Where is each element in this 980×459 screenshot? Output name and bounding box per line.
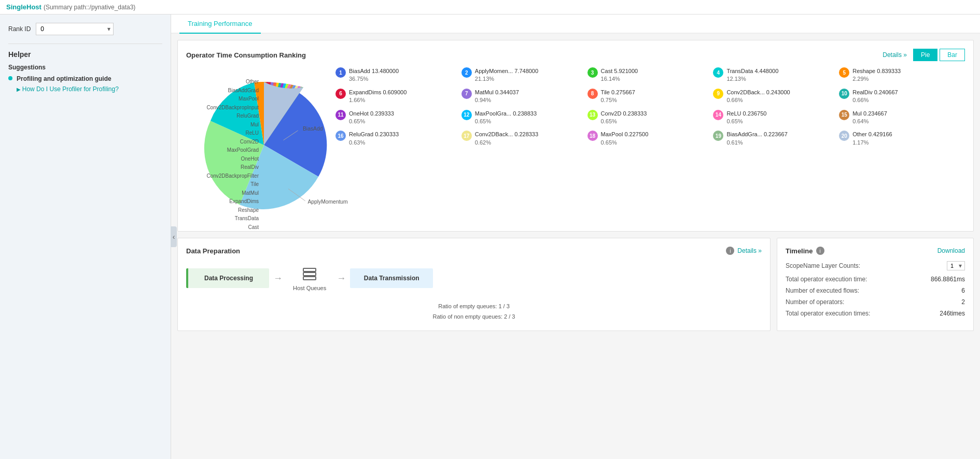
legend-text-4: TransData 4.448000 12.13% bbox=[726, 67, 778, 83]
toggle-bar[interactable]: Bar bbox=[940, 49, 965, 61]
legend-pct-17: 0.62% bbox=[475, 139, 538, 147]
legend-pct-7: 0.94% bbox=[475, 96, 519, 104]
legend-item-11: 11 OneHot 0.239333 0.65% bbox=[335, 110, 457, 126]
legend-pct-14: 0.65% bbox=[726, 118, 766, 125]
operator-details-link[interactable]: Details bbox=[883, 51, 907, 59]
legend-item-4: 4 TransData 4.448000 12.13% bbox=[713, 67, 835, 83]
tabs-bar: Training Performance bbox=[171, 15, 980, 34]
data-processing-box: Data Processing bbox=[186, 268, 269, 288]
legend-pct-10: 0.66% bbox=[852, 96, 898, 104]
legend-pct-9: 0.66% bbox=[726, 96, 790, 104]
legend-grid: 1 BiasAdd 13.480000 36.75% 2 ApplyMomen.… bbox=[331, 67, 965, 147]
legend-item-20: 20 Other 0.429166 1.17% bbox=[839, 131, 961, 147]
flow-arrow-2: → bbox=[337, 273, 346, 284]
host-queues-icon bbox=[293, 265, 326, 285]
legend-text-14: ReLU 0.236750 0.65% bbox=[726, 110, 766, 126]
legend-text-7: MatMul 0.344037 0.94% bbox=[475, 89, 519, 105]
pie-label-biasadd: BiasAdd bbox=[303, 126, 323, 132]
legend-text-8: Tile 0.275667 0.75% bbox=[601, 89, 635, 105]
pie-label-onehot: OneHot bbox=[186, 155, 259, 164]
legend-badge-15: 15 bbox=[839, 110, 849, 120]
download-link[interactable]: Download bbox=[937, 247, 965, 254]
chart-toggle: Pie Bar bbox=[913, 49, 965, 61]
data-prep-info-icon[interactable]: i bbox=[726, 247, 734, 255]
legend-name-5: Reshape 0.839333 bbox=[852, 67, 901, 75]
suggestion-link-1[interactable]: How Do I Use Profiler for Profiling? bbox=[17, 85, 162, 93]
scope-select-wrapper[interactable]: 1 bbox=[947, 261, 965, 270]
legend-text-5: Reshape 0.839333 2.29% bbox=[852, 67, 901, 83]
timeline-val-3: 246times bbox=[940, 310, 965, 317]
app-subtitle: (Summary path::/pynative_data3) bbox=[44, 4, 135, 11]
legend-text-1: BiasAdd 13.480000 36.75% bbox=[349, 67, 399, 83]
legend-text-9: Conv2DBack... 0.243000 0.66% bbox=[726, 89, 790, 105]
timeline-key-2: Number of operators: bbox=[786, 298, 961, 306]
legend-name-10: RealDiv 0.240667 bbox=[852, 89, 898, 96]
legend-badge-4: 4 bbox=[713, 67, 723, 78]
toggle-pie[interactable]: Pie bbox=[913, 49, 937, 61]
rank-id-select-wrapper[interactable]: 0 bbox=[36, 23, 114, 35]
timeline-info-icon[interactable]: i bbox=[816, 247, 824, 255]
legend-name-2: ApplyMomen... 7.748000 bbox=[475, 67, 538, 75]
legend-pct-18: 0.65% bbox=[601, 139, 649, 147]
timeline-key-0: Total operator execution time: bbox=[786, 276, 931, 283]
legend-text-11: OneHot 0.239333 0.65% bbox=[349, 110, 394, 126]
legend-name-18: MaxPool 0.227500 bbox=[601, 131, 649, 138]
suggestions-title: Suggestions bbox=[8, 64, 162, 71]
legend-badge-20: 20 bbox=[839, 131, 849, 141]
pie-label-maxpool2: MaxPool bbox=[186, 95, 259, 104]
legend-pct-3: 16.14% bbox=[601, 75, 638, 83]
data-prep-title: Data Preparation bbox=[186, 247, 240, 255]
legend-item-10: 10 RealDiv 0.240667 0.66% bbox=[839, 89, 961, 105]
legend-text-15: Mul 0.234667 0.64% bbox=[852, 110, 887, 126]
pie-label-conv2dbackpropfilter: Conv2DBackpropFilter bbox=[186, 172, 259, 181]
timeline-key-1: Number of executed flows: bbox=[786, 287, 961, 294]
legend-text-3: Cast 5.921000 16.14% bbox=[601, 67, 638, 83]
legend-badge-17: 17 bbox=[461, 131, 472, 141]
legend-item-18: 18 MaxPool 0.227500 0.65% bbox=[587, 131, 709, 147]
scope-label: ScopeName Layer Counts: bbox=[786, 262, 943, 269]
legend-item-2: 2 ApplyMomen... 7.748000 21.13% bbox=[461, 67, 583, 83]
suggestion-dot bbox=[8, 76, 12, 80]
pie-label-realdiv: RealDiv bbox=[186, 163, 259, 172]
legend-text-18: MaxPool 0.227500 0.65% bbox=[601, 131, 649, 147]
legend-text-2: ApplyMomen... 7.748000 21.13% bbox=[475, 67, 538, 83]
legend-pct-16: 0.63% bbox=[349, 139, 399, 147]
legend-name-14: ReLU 0.236750 bbox=[726, 110, 766, 118]
data-transmission-box: Data Transmission bbox=[350, 268, 433, 288]
main-content: Training Performance Operator Time Consu… bbox=[171, 15, 980, 459]
legend-name-6: ExpandDims 0.609000 bbox=[349, 89, 407, 96]
stat-empty-queues: Ratio of empty queues: 1 / 3 bbox=[186, 302, 762, 312]
timeline-section: Timeline i Download ScopeName Layer Coun… bbox=[777, 238, 974, 331]
svg-rect-1 bbox=[303, 272, 316, 276]
tab-training-performance[interactable]: Training Performance bbox=[179, 15, 261, 34]
timeline-key-3: Total operator execution times: bbox=[786, 310, 940, 317]
legend-item-9: 9 Conv2DBack... 0.243000 0.66% bbox=[713, 89, 835, 105]
legend-pct-19: 0.61% bbox=[726, 139, 787, 147]
sidebar-collapse-handle[interactable] bbox=[171, 226, 177, 247]
pie-label-conv2d: Conv2D bbox=[186, 138, 259, 147]
legend-pct-15: 0.64% bbox=[852, 118, 887, 125]
scope-select[interactable]: 1 bbox=[947, 261, 965, 270]
data-prep-details-link[interactable]: Details bbox=[737, 247, 762, 254]
legend-pct-13: 0.65% bbox=[601, 118, 647, 125]
pie-label-list: Other BiasAddGrad MaxPool Conv2DBackprop… bbox=[186, 78, 259, 232]
legend-name-11: OneHot 0.239333 bbox=[349, 110, 394, 118]
timeline-stat-row-1: Number of executed flows:6 bbox=[786, 287, 965, 294]
legend-pct-11: 0.65% bbox=[349, 118, 394, 125]
pie-label-tile: Tile bbox=[186, 180, 259, 189]
legend-badge-13: 13 bbox=[587, 110, 598, 120]
pie-label-other: Other bbox=[186, 78, 259, 87]
legend-text-10: RealDiv 0.240667 0.66% bbox=[852, 89, 898, 105]
pie-label-conv2dbackpropinput: Conv2DBackpropInput bbox=[186, 104, 259, 112]
pie-label-reshape: Reshape bbox=[186, 206, 259, 215]
app-header: SingleHost (Summary path::/pynative_data… bbox=[0, 0, 980, 15]
pie-label-matmul: MatMul bbox=[186, 189, 259, 198]
pie-label-biasaddgrad: BiasAddGrad bbox=[186, 87, 259, 95]
legend-badge-14: 14 bbox=[713, 110, 723, 120]
flow-diagram: Data Processing → Host Queues → bbox=[186, 265, 762, 291]
pie-label-transdata: TransData bbox=[186, 214, 259, 223]
legend-name-1: BiasAdd 13.480000 bbox=[349, 67, 399, 75]
rank-id-select[interactable]: 0 bbox=[36, 23, 114, 35]
legend-badge-12: 12 bbox=[461, 110, 472, 120]
pie-chart-wrapper: BiasAdd ApplyMomentum Other BiasAddGrad … bbox=[186, 67, 331, 223]
